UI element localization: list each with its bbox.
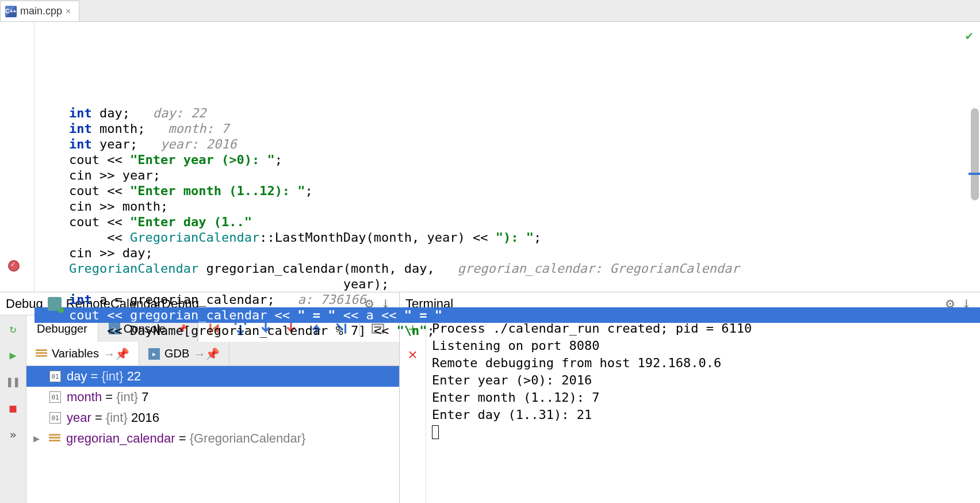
- pin-icon[interactable]: →📌: [194, 347, 220, 361]
- code-line[interactable]: cout << gregorian_calendar << " = " << a…: [35, 307, 980, 323]
- close-terminal-button[interactable]: ✕: [408, 345, 418, 363]
- code-line[interactable]: cin >> year;: [35, 167, 980, 183]
- terminal-controls-col: + ✕: [400, 315, 426, 503]
- code-line[interactable]: int year; year: 2016: [35, 136, 980, 152]
- code-line[interactable]: year);: [35, 276, 980, 292]
- editor-gutter[interactable]: [0, 22, 35, 292]
- code-line[interactable]: << GregorianCalendar::LastMonthDay(month…: [35, 230, 980, 245]
- pin-icon[interactable]: →📌: [104, 347, 129, 361]
- code-line[interactable]: cout << "Enter month (1..12): ";: [35, 183, 980, 199]
- code-line[interactable]: cin >> day;: [35, 245, 980, 261]
- tab-gdb[interactable]: ▸ GDB →📌: [139, 342, 229, 365]
- analysis-ok-icon: ✔: [966, 28, 973, 43]
- resume-button[interactable]: ▶: [3, 345, 24, 365]
- code-line[interactable]: int a = gregorian_calendar; a: 736166: [35, 292, 980, 307]
- run-config-icon: [48, 297, 62, 311]
- variables-list[interactable]: 01day = {int} 2201month = {int} 701year …: [26, 366, 399, 503]
- code-line[interactable]: GregorianCalendar gregorian_calendar(mon…: [35, 261, 980, 276]
- tab-variables-label: Variables: [52, 347, 99, 360]
- variable-row[interactable]: 01day = {int} 22: [26, 366, 399, 387]
- stop-button[interactable]: ■: [3, 398, 24, 418]
- editor-tab-bar: C++ main.cpp ×: [0, 0, 980, 22]
- breakpoint-icon[interactable]: [8, 260, 20, 272]
- scroll-marker: [968, 173, 980, 175]
- debug-controls-col: ↻ ▶ ❚❚ ■ »: [0, 315, 26, 503]
- rerun-button[interactable]: ↻: [3, 318, 24, 339]
- vertical-scrollbar[interactable]: [971, 108, 979, 200]
- variable-row[interactable]: 01year = {int} 2016: [26, 407, 399, 428]
- code-line[interactable]: int day; day: 22: [35, 105, 980, 121]
- variables-icon: [36, 349, 47, 359]
- variable-row[interactable]: ▸gregorian_calendar = {GregorianCalendar…: [26, 428, 399, 449]
- close-tab-icon[interactable]: ×: [66, 6, 71, 17]
- code-line[interactable]: cin >> month;: [35, 199, 980, 214]
- code-area[interactable]: ✔ int day; day: 22int month; month: 7int…: [35, 22, 980, 292]
- code-editor[interactable]: ✔ int day; day: 22int month; month: 7int…: [0, 22, 980, 292]
- tab-gdb-label: GDB: [164, 347, 189, 360]
- gdb-icon: ▸: [148, 348, 160, 360]
- cpp-file-icon: C++: [5, 6, 17, 17]
- pause-button[interactable]: ❚❚: [3, 371, 24, 392]
- variable-row[interactable]: 01month = {int} 7: [26, 387, 399, 407]
- code-line[interactable]: cout << "Enter day (1..": [35, 214, 980, 230]
- more-button[interactable]: »: [3, 424, 24, 445]
- code-line[interactable]: cout << "Enter year (>0): ";: [35, 152, 980, 167]
- tab-variables[interactable]: Variables →📌: [26, 342, 139, 365]
- code-line[interactable]: << DayName[gregorian_calendar % 7] << "\…: [35, 323, 980, 338]
- variables-tab-bar: Variables →📌 ▸ GDB →📌: [26, 342, 399, 366]
- file-tab-main-cpp[interactable]: C++ main.cpp ×: [0, 1, 79, 21]
- code-line[interactable]: int month; month: 7: [35, 121, 980, 136]
- tab-filename: main.cpp: [20, 5, 62, 17]
- terminal-content[interactable]: Process ./calendar_run created; pid = 61…: [426, 315, 980, 503]
